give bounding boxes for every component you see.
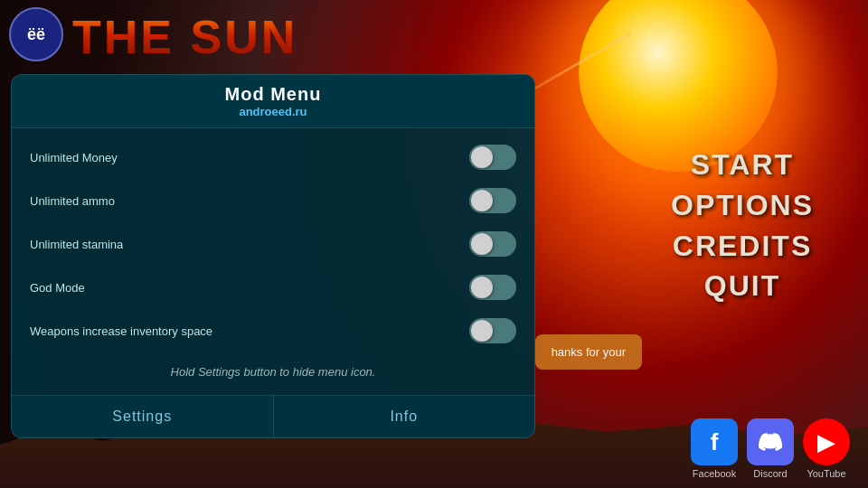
social-bar: f Facebook Discord ▶ YouTube — [691, 418, 850, 479]
menu-item-quit[interactable]: QUIT — [671, 266, 814, 306]
mod-panel-subtitle: androeed.ru — [21, 105, 525, 118]
mod-item-unlimited-stamina: Unlimited stamina — [12, 222, 534, 266]
discord-label: Discord — [753, 468, 787, 479]
info-button[interactable]: Info — [274, 396, 535, 437]
mod-item-unlimited-ammo: Unlimited ammo — [12, 179, 534, 222]
toggle-unlimited-stamina[interactable] — [469, 231, 516, 257]
game-menu: START OPTIONS CREDITS QUIT — [671, 145, 814, 306]
toggle-god-mode[interactable] — [469, 275, 516, 300]
mod-panel-title: Mod Menu — [21, 84, 525, 105]
settings-button[interactable]: Settings — [12, 396, 274, 437]
mod-panel-body: Unlimited Money Unlimited ammo Unlimited… — [12, 128, 534, 395]
game-title: THE SUN — [72, 9, 297, 61]
toggle-unlimited-ammo[interactable] — [469, 188, 516, 213]
mod-label-weapons-inventory: Weapons increase inventory space — [30, 324, 212, 338]
toggle-knob-god-mode — [471, 277, 493, 298]
social-item-discord[interactable]: Discord — [747, 418, 794, 479]
discord-icon — [747, 418, 794, 465]
mod-label-god-mode: God Mode — [30, 281, 85, 295]
title-area: ёё THE SUN — [0, 0, 561, 61]
toggle-unlimited-money[interactable] — [469, 145, 516, 170]
toggle-knob-unlimited-ammo — [471, 190, 493, 211]
toggle-knob-unlimited-stamina — [471, 233, 493, 255]
mod-item-unlimited-money: Unlimited Money — [12, 136, 534, 179]
toggle-knob-unlimited-money — [471, 146, 493, 168]
mod-hint: Hold Settings button to hide menu icon. — [12, 352, 534, 388]
toggle-weapons-inventory[interactable] — [469, 318, 516, 343]
youtube-icon: ▶ — [803, 418, 850, 465]
notification-box: hanks for your — [535, 334, 642, 370]
toggle-knob-weapons-inventory — [471, 320, 493, 342]
mod-label-unlimited-money: Unlimited Money — [30, 151, 118, 164]
mod-item-weapons-inventory: Weapons increase inventory space — [12, 309, 534, 352]
mod-panel: Mod Menu androeed.ru Unlimited Money Unl… — [11, 74, 535, 438]
social-item-facebook[interactable]: f Facebook — [691, 418, 738, 479]
menu-item-options[interactable]: OPTIONS — [671, 185, 814, 226]
mod-label-unlimited-stamina: Unlimited stamina — [30, 238, 123, 251]
facebook-icon: f — [691, 418, 738, 465]
menu-item-start[interactable]: START — [671, 145, 814, 185]
facebook-label: Facebook — [693, 468, 736, 479]
mod-panel-footer: Settings Info — [12, 395, 534, 437]
mod-label-unlimited-ammo: Unlimited ammo — [30, 194, 115, 208]
youtube-label: YouTube — [807, 468, 845, 479]
logo-icon: ёё — [9, 7, 63, 61]
mod-panel-header: Mod Menu androeed.ru — [12, 75, 534, 128]
menu-item-credits[interactable]: CREDITS — [671, 226, 814, 267]
mod-item-god-mode: God Mode — [12, 266, 534, 309]
social-item-youtube[interactable]: ▶ YouTube — [803, 418, 850, 479]
